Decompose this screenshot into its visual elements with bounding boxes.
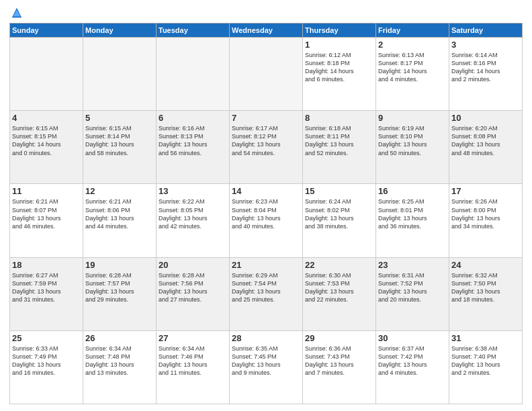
calendar-cell bbox=[157, 38, 230, 111]
logo-text bbox=[9, 7, 23, 19]
cell-content: Sunrise: 6:37 AM Sunset: 7:42 PM Dayligh… bbox=[378, 345, 447, 377]
cell-content: Sunrise: 6:16 AM Sunset: 8:13 PM Dayligh… bbox=[159, 124, 227, 157]
day-number: 25 bbox=[12, 333, 81, 343]
calendar-cell: 17Sunrise: 6:26 AM Sunset: 8:00 PM Dayli… bbox=[449, 184, 523, 257]
cell-content: Sunrise: 6:36 AM Sunset: 7:43 PM Dayligh… bbox=[305, 345, 373, 377]
calendar-cell: 20Sunrise: 6:28 AM Sunset: 7:56 PM Dayli… bbox=[157, 257, 230, 330]
cell-content: Sunrise: 6:26 AM Sunset: 8:00 PM Dayligh… bbox=[451, 197, 520, 230]
cell-content: Sunrise: 6:30 AM Sunset: 7:53 PM Dayligh… bbox=[305, 271, 373, 304]
calendar-cell: 9Sunrise: 6:19 AM Sunset: 8:10 PM Daylig… bbox=[376, 111, 449, 184]
calendar-cell: 13Sunrise: 6:22 AM Sunset: 8:05 PM Dayli… bbox=[157, 184, 230, 257]
cell-content: Sunrise: 6:19 AM Sunset: 8:10 PM Dayligh… bbox=[378, 124, 447, 157]
cell-content: Sunrise: 6:28 AM Sunset: 7:56 PM Dayligh… bbox=[159, 271, 227, 304]
day-header-tuesday: Tuesday bbox=[157, 24, 230, 38]
day-number: 29 bbox=[305, 333, 373, 343]
calendar-cell: 24Sunrise: 6:32 AM Sunset: 7:50 PM Dayli… bbox=[449, 257, 523, 330]
cell-content: Sunrise: 6:31 AM Sunset: 7:52 PM Dayligh… bbox=[378, 271, 447, 304]
day-number: 19 bbox=[85, 260, 154, 270]
calendar-cell: 3Sunrise: 6:14 AM Sunset: 8:16 PM Daylig… bbox=[449, 38, 523, 111]
cell-content: Sunrise: 6:15 AM Sunset: 8:14 PM Dayligh… bbox=[85, 124, 154, 157]
day-number: 30 bbox=[378, 333, 447, 343]
cell-content: Sunrise: 6:12 AM Sunset: 8:18 PM Dayligh… bbox=[305, 51, 373, 84]
day-number: 28 bbox=[232, 333, 300, 343]
cell-content: Sunrise: 6:27 AM Sunset: 7:59 PM Dayligh… bbox=[12, 271, 81, 304]
day-number: 21 bbox=[232, 260, 300, 270]
calendar-cell: 26Sunrise: 6:34 AM Sunset: 7:48 PM Dayli… bbox=[83, 330, 157, 404]
cell-content: Sunrise: 6:20 AM Sunset: 8:08 PM Dayligh… bbox=[451, 124, 520, 157]
day-number: 5 bbox=[85, 113, 154, 123]
cell-content: Sunrise: 6:25 AM Sunset: 8:01 PM Dayligh… bbox=[378, 197, 447, 230]
day-number: 16 bbox=[378, 186, 447, 196]
day-number: 8 bbox=[305, 113, 373, 123]
day-number: 17 bbox=[451, 186, 520, 196]
calendar-cell: 27Sunrise: 6:34 AM Sunset: 7:46 PM Dayli… bbox=[157, 330, 230, 404]
cell-content: Sunrise: 6:32 AM Sunset: 7:50 PM Dayligh… bbox=[451, 271, 520, 304]
calendar-page: SundayMondayTuesdayWednesdayThursdayFrid… bbox=[0, 0, 532, 411]
header bbox=[9, 7, 523, 19]
calendar-row-2: 4Sunrise: 6:15 AM Sunset: 8:15 PM Daylig… bbox=[10, 111, 523, 184]
calendar-table: SundayMondayTuesdayWednesdayThursdayFrid… bbox=[9, 23, 523, 404]
day-number: 15 bbox=[305, 186, 373, 196]
calendar-cell: 31Sunrise: 6:38 AM Sunset: 7:40 PM Dayli… bbox=[449, 330, 523, 404]
calendar-cell: 18Sunrise: 6:27 AM Sunset: 7:59 PM Dayli… bbox=[10, 257, 83, 330]
calendar-row-5: 25Sunrise: 6:33 AM Sunset: 7:49 PM Dayli… bbox=[10, 330, 523, 404]
header-row: SundayMondayTuesdayWednesdayThursdayFrid… bbox=[10, 24, 523, 38]
calendar-cell: 12Sunrise: 6:21 AM Sunset: 8:06 PM Dayli… bbox=[83, 184, 157, 257]
cell-content: Sunrise: 6:13 AM Sunset: 8:17 PM Dayligh… bbox=[378, 51, 447, 84]
calendar-cell: 15Sunrise: 6:24 AM Sunset: 8:02 PM Dayli… bbox=[303, 184, 376, 257]
day-header-thursday: Thursday bbox=[303, 24, 376, 38]
day-number: 26 bbox=[85, 333, 154, 343]
calendar-row-1: 1Sunrise: 6:12 AM Sunset: 8:18 PM Daylig… bbox=[10, 38, 523, 111]
day-number: 23 bbox=[378, 260, 447, 270]
day-number: 12 bbox=[85, 186, 154, 196]
calendar-cell: 6Sunrise: 6:16 AM Sunset: 8:13 PM Daylig… bbox=[157, 111, 230, 184]
cell-content: Sunrise: 6:14 AM Sunset: 8:16 PM Dayligh… bbox=[451, 51, 520, 84]
cell-content: Sunrise: 6:29 AM Sunset: 7:54 PM Dayligh… bbox=[232, 271, 300, 304]
day-header-sunday: Sunday bbox=[10, 24, 83, 38]
calendar-cell: 19Sunrise: 6:28 AM Sunset: 7:57 PM Dayli… bbox=[83, 257, 157, 330]
cell-content: Sunrise: 6:15 AM Sunset: 8:15 PM Dayligh… bbox=[12, 124, 81, 157]
calendar-cell: 28Sunrise: 6:35 AM Sunset: 7:45 PM Dayli… bbox=[230, 330, 303, 404]
day-number: 20 bbox=[159, 260, 227, 270]
cell-content: Sunrise: 6:34 AM Sunset: 7:48 PM Dayligh… bbox=[85, 345, 154, 377]
cell-content: Sunrise: 6:17 AM Sunset: 8:12 PM Dayligh… bbox=[232, 124, 300, 157]
cell-content: Sunrise: 6:18 AM Sunset: 8:11 PM Dayligh… bbox=[305, 124, 373, 157]
day-number: 27 bbox=[159, 333, 227, 343]
day-number: 1 bbox=[305, 40, 373, 50]
day-number: 7 bbox=[232, 113, 300, 123]
day-number: 9 bbox=[378, 113, 447, 123]
day-number: 13 bbox=[159, 186, 227, 196]
cell-content: Sunrise: 6:28 AM Sunset: 7:57 PM Dayligh… bbox=[85, 271, 154, 304]
cell-content: Sunrise: 6:24 AM Sunset: 8:02 PM Dayligh… bbox=[305, 197, 373, 230]
calendar-cell: 2Sunrise: 6:13 AM Sunset: 8:17 PM Daylig… bbox=[376, 38, 449, 111]
calendar-cell: 1Sunrise: 6:12 AM Sunset: 8:18 PM Daylig… bbox=[303, 38, 376, 111]
day-number: 18 bbox=[12, 260, 81, 270]
calendar-cell: 22Sunrise: 6:30 AM Sunset: 7:53 PM Dayli… bbox=[303, 257, 376, 330]
day-number: 3 bbox=[451, 40, 520, 50]
calendar-cell bbox=[230, 38, 303, 111]
calendar-cell: 23Sunrise: 6:31 AM Sunset: 7:52 PM Dayli… bbox=[376, 257, 449, 330]
calendar-cell: 14Sunrise: 6:23 AM Sunset: 8:04 PM Dayli… bbox=[230, 184, 303, 257]
logo-icon bbox=[11, 7, 23, 19]
cell-content: Sunrise: 6:22 AM Sunset: 8:05 PM Dayligh… bbox=[159, 197, 227, 230]
day-number: 14 bbox=[232, 186, 300, 196]
calendar-cell: 4Sunrise: 6:15 AM Sunset: 8:15 PM Daylig… bbox=[10, 111, 83, 184]
day-header-saturday: Saturday bbox=[449, 24, 523, 38]
calendar-cell: 29Sunrise: 6:36 AM Sunset: 7:43 PM Dayli… bbox=[303, 330, 376, 404]
calendar-cell: 16Sunrise: 6:25 AM Sunset: 8:01 PM Dayli… bbox=[376, 184, 449, 257]
day-number: 22 bbox=[305, 260, 373, 270]
cell-content: Sunrise: 6:35 AM Sunset: 7:45 PM Dayligh… bbox=[232, 345, 300, 377]
cell-content: Sunrise: 6:21 AM Sunset: 8:06 PM Dayligh… bbox=[85, 197, 154, 230]
cell-content: Sunrise: 6:34 AM Sunset: 7:46 PM Dayligh… bbox=[159, 345, 227, 377]
cell-content: Sunrise: 6:23 AM Sunset: 8:04 PM Dayligh… bbox=[232, 197, 300, 230]
day-header-monday: Monday bbox=[83, 24, 157, 38]
calendar-cell: 25Sunrise: 6:33 AM Sunset: 7:49 PM Dayli… bbox=[10, 330, 83, 404]
cell-content: Sunrise: 6:21 AM Sunset: 8:07 PM Dayligh… bbox=[12, 197, 81, 230]
day-header-friday: Friday bbox=[376, 24, 449, 38]
logo bbox=[9, 7, 23, 19]
day-header-wednesday: Wednesday bbox=[230, 24, 303, 38]
calendar-row-3: 11Sunrise: 6:21 AM Sunset: 8:07 PM Dayli… bbox=[10, 184, 523, 257]
calendar-cell: 8Sunrise: 6:18 AM Sunset: 8:11 PM Daylig… bbox=[303, 111, 376, 184]
cell-content: Sunrise: 6:33 AM Sunset: 7:49 PM Dayligh… bbox=[12, 345, 81, 377]
calendar-cell: 11Sunrise: 6:21 AM Sunset: 8:07 PM Dayli… bbox=[10, 184, 83, 257]
